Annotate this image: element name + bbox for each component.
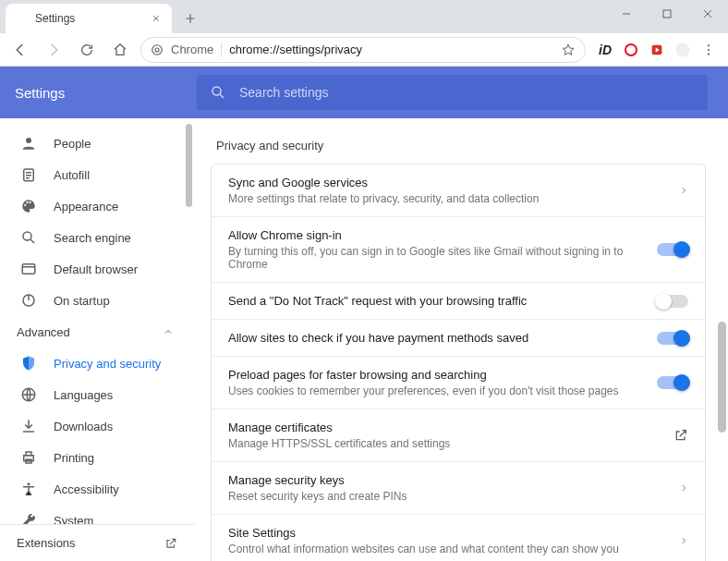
titlebar: Settings <box>0 0 728 33</box>
search-input[interactable] <box>239 85 695 100</box>
toggle-preload[interactable] <box>657 376 688 389</box>
row-title: Manage security keys <box>228 473 668 487</box>
svg-point-9 <box>212 87 221 95</box>
avatar-icon[interactable] <box>674 42 691 58</box>
browser-tab[interactable]: Settings <box>6 4 172 33</box>
extension-icon-3[interactable] <box>649 42 665 58</box>
sidebar-item-autofill[interactable]: Autofill <box>0 159 194 190</box>
chevron-right-icon <box>679 186 688 195</box>
toggle-do-not-track[interactable] <box>657 295 688 308</box>
sidebar-item-search-engine[interactable]: Search engine <box>0 222 194 253</box>
sidebar-extensions[interactable]: Extensions <box>0 524 194 561</box>
sidebar-item-default-browser[interactable]: Default browser <box>0 253 194 285</box>
search-icon <box>20 229 37 246</box>
printer-icon <box>20 449 37 466</box>
row-title: Preload pages for faster browsing and se… <box>228 368 646 382</box>
svg-rect-0 <box>663 10 671 18</box>
extension-icon-2[interactable] <box>623 42 639 58</box>
sidebar-item-label: Autofill <box>54 168 90 182</box>
sidebar-item-people[interactable]: People <box>0 128 194 159</box>
browser-window: Settings Chr <box>0 0 728 561</box>
sidebar-item-privacy[interactable]: Privacy and security <box>0 348 194 379</box>
sidebar-item-appearance[interactable]: Appearance <box>0 190 194 222</box>
row-payment-check: Allow sites to check if you have payment… <box>212 320 705 357</box>
maximize-button[interactable] <box>647 0 687 28</box>
close-window-button[interactable] <box>687 0 728 28</box>
sidebar-item-label: Downloads <box>54 420 113 433</box>
sidebar-item-label: Accessibility <box>54 482 119 496</box>
sidebar-item-languages[interactable]: Languages <box>0 379 194 410</box>
row-title: Send a "Do Not Track" request with your … <box>228 294 646 308</box>
forward-button[interactable] <box>41 37 67 63</box>
settings-header: Settings <box>0 67 728 118</box>
row-manage-certificates[interactable]: Manage certificates Manage HTTPS/SSL cer… <box>212 409 705 462</box>
sidebar-list: People Autofill Appearance Search engine <box>0 118 194 524</box>
toggle-allow-signin[interactable] <box>657 243 688 256</box>
menu-icon[interactable] <box>700 42 717 58</box>
svg-point-6 <box>708 44 710 46</box>
open-external-icon <box>164 537 177 550</box>
svg-rect-17 <box>26 452 31 456</box>
open-external-icon <box>673 428 688 443</box>
chevron-up-icon <box>163 326 174 337</box>
row-sync-google[interactable]: Sync and Google services More settings t… <box>212 165 705 217</box>
row-site-settings[interactable]: Site Settings Control what information w… <box>212 515 705 561</box>
toggle-payment-check[interactable] <box>657 332 688 345</box>
sidebar-item-label: Appearance <box>54 200 118 213</box>
settings-card: Sync and Google services More settings t… <box>211 164 706 561</box>
sidebar-item-label: Search engine <box>54 231 131 245</box>
globe-icon <box>20 386 37 403</box>
browser-icon <box>20 261 37 277</box>
search-settings[interactable] <box>197 75 708 110</box>
search-icon <box>210 84 226 101</box>
sidebar-item-label: Default browser <box>54 262 138 276</box>
sidebar-item-label: Languages <box>54 388 113 402</box>
sidebar-item-label: On startup <box>54 294 110 308</box>
row-title: Allow Chrome sign-in <box>228 228 646 242</box>
sidebar: People Autofill Appearance Search engine <box>0 118 194 561</box>
browser-toolbar: Chrome chrome://settings/privacy iD <box>0 33 728 67</box>
svg-point-19 <box>28 482 30 485</box>
content-scrollbar[interactable] <box>715 118 728 561</box>
gear-icon <box>15 12 28 25</box>
sidebar-item-printing[interactable]: Printing <box>0 442 194 473</box>
row-title: Site Settings <box>228 526 668 540</box>
reload-button[interactable] <box>74 37 100 63</box>
row-subtitle: Control what information websites can us… <box>228 543 668 555</box>
row-subtitle: Manage HTTPS/SSL certificates and settin… <box>228 437 662 450</box>
sidebar-advanced-toggle[interactable]: Advanced <box>0 316 194 348</box>
row-subtitle: Uses cookies to remember your preference… <box>228 384 646 397</box>
scrollbar-thumb[interactable] <box>718 322 726 433</box>
extension-icon-1[interactable]: iD <box>597 42 613 58</box>
sidebar-scrollbar[interactable] <box>183 118 194 561</box>
sidebar-item-accessibility[interactable]: Accessibility <box>0 473 194 505</box>
sidebar-item-system[interactable]: System <box>0 505 194 524</box>
power-icon <box>20 292 37 309</box>
svg-point-3 <box>625 44 637 55</box>
star-icon[interactable] <box>561 43 576 57</box>
minimize-button[interactable] <box>606 0 647 28</box>
row-security-keys[interactable]: Manage security keys Reset security keys… <box>212 462 705 515</box>
scrollbar-thumb[interactable] <box>186 124 192 207</box>
settings-title: Settings <box>15 85 186 101</box>
row-allow-signin: Allow Chrome sign-in By turning this off… <box>212 217 705 283</box>
new-tab-button[interactable] <box>177 6 203 31</box>
svg-point-10 <box>26 138 31 143</box>
row-preload-pages: Preload pages for faster browsing and se… <box>212 357 705 409</box>
svg-point-12 <box>23 232 31 240</box>
palette-icon <box>20 198 37 214</box>
address-bar[interactable]: Chrome chrome://settings/privacy <box>140 37 586 63</box>
svg-point-1 <box>152 44 163 55</box>
home-button[interactable] <box>107 37 133 63</box>
sidebar-item-on-startup[interactable]: On startup <box>0 285 194 316</box>
sidebar-item-downloads[interactable]: Downloads <box>0 410 194 442</box>
row-subtitle: More settings that relate to privacy, se… <box>228 192 668 205</box>
tab-title: Settings <box>35 12 150 25</box>
chrome-icon <box>151 43 164 56</box>
section-title: Privacy and security <box>216 139 706 152</box>
clipboard-icon <box>20 166 37 183</box>
wrench-icon <box>20 512 37 524</box>
svg-point-5 <box>676 43 690 56</box>
back-button[interactable] <box>7 37 33 63</box>
close-icon[interactable] <box>150 12 163 25</box>
